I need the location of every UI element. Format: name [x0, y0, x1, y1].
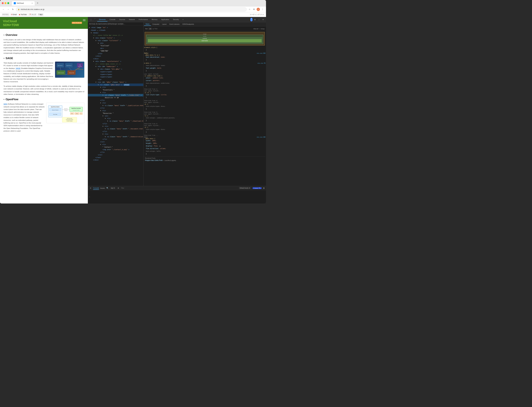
- dom-line-btn-gnav[interactable]: ▼ <div class= "btn-gNav" >: [88, 68, 143, 70]
- console-filter-input[interactable]: [121, 187, 238, 189]
- devtools-settings-icon[interactable]: ⚙: [253, 18, 257, 21]
- dom-line-body[interactable]: ▼ <body>: [88, 31, 143, 34]
- dom-line-p-close[interactable]: </p>: [88, 78, 143, 81]
- tab-performance[interactable]: Performance: [137, 18, 150, 22]
- dom-line-br[interactable]: <br>: [88, 47, 143, 50]
- dom-line-pub-close[interactable]: </li>: [88, 107, 143, 110]
- dom-line-doc-li[interactable]: ▼ <li>: [88, 125, 143, 128]
- dom-line-html[interactable]: ▼ <html lang= "en" >: [88, 26, 143, 29]
- dom-line-about-link[interactable]: ▼ <ol class= "menu" href= "./index.html"…: [88, 94, 143, 97]
- dom-line-comment2[interactable]: <!-- ===== menu ===== //-->: [88, 63, 143, 65]
- subtab-styles[interactable]: Styles: [144, 23, 151, 26]
- maps-button[interactable]: 📍 マップ: [28, 13, 37, 16]
- dom-line-essentials[interactable]: "Essentials ": [88, 89, 143, 91]
- cls-button[interactable]: .cls: [148, 28, 152, 30]
- devtools-vertical-dots-icon[interactable]: ⋮: [257, 18, 261, 21]
- refresh-button[interactable]: ↻: [11, 8, 15, 11]
- dom-line-ul-close[interactable]: </ul>: [88, 141, 143, 143]
- dom-line-demo-link[interactable]: ▼ <a class= "menu" href= "./demonstratio…: [88, 135, 143, 138]
- dom-line-demo-close[interactable]: </li>: [88, 138, 143, 141]
- dom-line-nav[interactable]: ▼ <nav id= "gNav" class= "menu" >: [88, 81, 143, 84]
- dom-line-span3[interactable]: <span></span>: [88, 76, 143, 78]
- gmail-button[interactable]: M Gmail: [10, 14, 17, 16]
- dom-line-nav-close[interactable]: </nav>: [88, 156, 143, 159]
- bookmark-button[interactable]: ☆: [248, 8, 251, 11]
- tab-network[interactable]: Network: [127, 18, 137, 22]
- dom-line-doc-link[interactable]: ▼ <a class= "menu" href= "./document.htm…: [88, 128, 143, 130]
- dom-line-head[interactable]: <head> … </head>: [88, 29, 143, 31]
- dom-line-contact-li[interactable]: ▼ <li>: [88, 143, 143, 146]
- dom-line-hamburger[interactable]: ▼ <div id= "hamburger" >: [88, 65, 143, 68]
- pseudo-filter[interactable]: :hov: [145, 28, 148, 30]
- dom-line-download-link[interactable]: ▼ <a class= "menu" href= "./download.htm…: [88, 120, 143, 122]
- close-button[interactable]: [2, 2, 4, 4]
- devtools-close-icon[interactable]: ✕: [261, 18, 265, 21]
- tab-console[interactable]: Console: [108, 18, 117, 22]
- tab-security[interactable]: Security: [171, 18, 181, 22]
- forward-button[interactable]: →: [7, 8, 10, 11]
- dom-line-about-text[interactable]: About</a> == $0: [88, 96, 143, 99]
- level-selector[interactable]: Default levels ▼: [239, 187, 251, 189]
- show-all-button[interactable]: Show all: [254, 28, 258, 30]
- console-tab-active[interactable]: Console: [93, 187, 99, 190]
- new-tab-button[interactable]: +: [36, 1, 40, 5]
- dom-line-h1-close[interactable]: </h1>: [88, 52, 143, 55]
- dom-line-li-resources[interactable]: ▼ <li>: [88, 110, 143, 112]
- youtube-button[interactable]: ▶ YouTube: [18, 14, 27, 16]
- dom-line-ul[interactable]: ▼ <ul class= "gNav-menu" > {flex}: [88, 84, 143, 86]
- devtools-device-icon[interactable]: 📱: [93, 18, 97, 21]
- devtools-cursor-icon[interactable]: ⬚: [89, 18, 93, 21]
- add-style-button[interactable]: +: [152, 28, 154, 30]
- console-eye-icon[interactable]: 👁: [117, 187, 120, 190]
- dom-line-div-close1[interactable]: </div>: [88, 55, 143, 57]
- menu-button[interactable]: ⋮: [261, 8, 264, 11]
- subtab-computed[interactable]: Computed: [151, 23, 161, 26]
- dom-line-pub-link[interactable]: ▼ <a class= "menu" href= "./publication.…: [88, 104, 143, 107]
- dom-line-span1[interactable]: <span></span>: [88, 70, 143, 73]
- dom-line-comment1[interactable]: <!-- ===== title bar ===== //-->: [88, 34, 143, 37]
- subtab-layout[interactable]: Layout: [161, 23, 168, 26]
- apps-button[interactable]: ⠿ アプリ: [2, 13, 9, 16]
- dom-line-download-li[interactable]: ▼ <li>: [88, 117, 143, 120]
- console-clear-icon[interactable]: ⊘: [89, 187, 92, 190]
- dom-line-div-close3[interactable]: </div>: [88, 159, 143, 161]
- tab-more[interactable]: »: [181, 18, 185, 22]
- group-button[interactable]: Group: [261, 28, 264, 30]
- translate-button[interactable]: T 翻訳: [38, 13, 44, 16]
- sage-link[interactable]: SAGE: [16, 67, 20, 69]
- breadcrumb-text[interactable]: html body div.mainContents div#hamburger…: [89, 23, 125, 25]
- dom-line-download-close[interactable]: </li>: [88, 122, 143, 125]
- dom-line-sdntdw[interactable]: "SDN+TDW": [88, 50, 143, 52]
- dom-line-li2[interactable]: ▼ <li>: [88, 91, 143, 94]
- extensions-button[interactable]: ⚙: [252, 8, 256, 11]
- maximize-button[interactable]: [7, 2, 9, 4]
- dom-line-doc-close[interactable]: </li>: [88, 130, 143, 133]
- dom-line-li1[interactable]: ▼ <li>: [88, 86, 143, 89]
- dom-line-li2-close[interactable]: </li>: [88, 99, 143, 102]
- address-bar[interactable]: 🔒 viscloud.ais.cmc.osaka-u.ac.jp: [16, 7, 247, 11]
- active-tab[interactable]: V VisCloud ✕: [12, 1, 35, 6]
- dom-line-ul2-close[interactable]: </ul>: [88, 154, 143, 156]
- dom-line-li-pub[interactable]: ▼ <li>: [88, 102, 143, 104]
- tab-memory[interactable]: Memory: [150, 18, 159, 22]
- dom-line-contact-close[interactable]: </li>: [88, 151, 143, 154]
- dom-line-contact-text[interactable]: " Contact:": [88, 146, 143, 149]
- dom-line-div-title[interactable]: ▼ <div class= "title" >: [88, 37, 143, 39]
- dom-line-contact-img[interactable]: <img src= "./contact_k.png" >: [88, 148, 143, 151]
- console-top-dropdown[interactable]: top ▼: [110, 187, 116, 189]
- hamburger-icon[interactable]: [83, 19, 86, 21]
- dom-line-resources-text[interactable]: "Resources ": [88, 112, 143, 115]
- dom-line-div-close2[interactable]: </div>: [88, 57, 143, 60]
- dom-line-maincontents[interactable]: ▼ <div class= "mainContents" >: [88, 60, 143, 63]
- dom-line-resources-ul[interactable]: ▼ <ul>: [88, 115, 143, 117]
- dom-content[interactable]: ▼ <html lang= "en" > <head> … </head>: [88, 26, 143, 186]
- console-search-icon[interactable]: 🔍: [106, 187, 109, 190]
- tab-elements[interactable]: Elements: [97, 18, 107, 22]
- dom-line-div-titletext[interactable]: ▼ <div class= "titletext" >: [88, 39, 143, 42]
- minimize-button[interactable]: [5, 2, 7, 4]
- dom-line-span2[interactable]: <span></span>: [88, 73, 143, 76]
- profile-button[interactable]: U: [257, 8, 260, 11]
- reading-list-button[interactable]: リーディングリスト: [250, 14, 264, 16]
- tab-close-button[interactable]: ✕: [32, 2, 33, 4]
- console-tab-issues[interactable]: Issues: [100, 187, 105, 190]
